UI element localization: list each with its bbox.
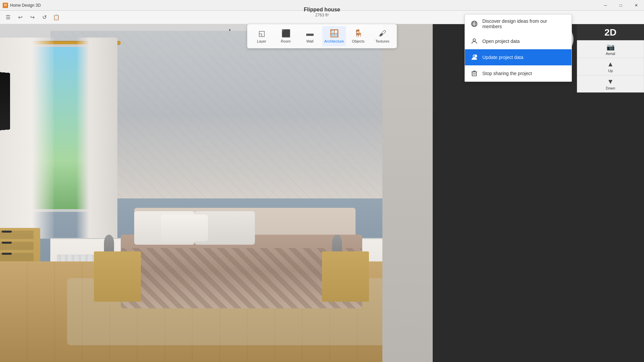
drawer-handle-2 [2, 242, 12, 244]
view-controls: 📷 Aerial ▲ Up ▼ Down [577, 40, 644, 93]
menu-item-discover[interactable]: Discover design ideas from our members [465, 14, 572, 33]
drawer-2 [0, 242, 34, 250]
update-project-label: Update project data [482, 55, 523, 60]
aerial-label: Aerial [606, 52, 615, 56]
svg-point-7 [473, 39, 475, 41]
textures-icon: 🖌 [379, 29, 386, 38]
nightstand-left [94, 251, 141, 302]
drawer-handle-3 [2, 253, 12, 255]
tab-textures-label: Textures [375, 39, 389, 43]
up-arrow-icon: ▲ [607, 60, 614, 68]
maximize-button[interactable]: □ [613, 0, 629, 11]
title-bar-controls: ─ □ ✕ [598, 0, 644, 11]
menu-item-stop-sharing[interactable]: Stop sharing the project [465, 65, 572, 81]
curtain-left [0, 38, 54, 239]
title-bar-title: Home Design 3D [10, 3, 41, 8]
open-project-icon [470, 37, 478, 45]
down-arrow-icon: ▼ [607, 78, 614, 85]
tab-room-label: Room [281, 39, 290, 43]
tab-layer[interactable]: ◱ Layer [250, 26, 273, 46]
main-tabs: ◱ Layer ⬛ Room ▬ Wall 🪟 Architecture 🪑 O… [247, 24, 397, 48]
window-area [0, 38, 117, 232]
refresh-button[interactable]: ↺ [39, 12, 50, 23]
room-icon: ⬛ [281, 29, 290, 38]
undo-button[interactable]: ↩ [15, 12, 25, 23]
curtain-right [77, 38, 117, 239]
television [0, 69, 10, 133]
project-title: Flipped house 2763 ft² [304, 0, 340, 24]
tab-objects-label: Objects [352, 39, 364, 43]
2d-button[interactable]: 2D [577, 24, 644, 41]
tab-architecture-label: Architecture [324, 39, 344, 43]
tab-layer-label: Layer [257, 39, 266, 43]
open-project-label: Open project data [482, 39, 520, 44]
down-button[interactable]: ▼ Down [577, 75, 644, 93]
architecture-icon: 🪟 [330, 29, 339, 38]
app-icon: H [3, 3, 8, 8]
nightstand-right [322, 251, 369, 302]
update-project-icon [470, 53, 478, 61]
minimize-button[interactable]: ─ [598, 0, 613, 11]
redo-button[interactable]: ↪ [27, 12, 38, 23]
tab-wall[interactable]: ▬ Wall [298, 26, 322, 46]
paste-button[interactable]: 📋 [51, 12, 62, 23]
down-label: Down [606, 86, 615, 90]
tab-architecture[interactable]: 🪟 Architecture [322, 26, 346, 46]
bedside-lamp-left [104, 235, 114, 251]
drawer-3 [0, 253, 34, 261]
viewport[interactable] [0, 11, 433, 362]
close-button[interactable]: ✕ [629, 0, 644, 11]
menu-item-update-project[interactable]: Update project data [465, 49, 572, 65]
stop-sharing-label: Stop sharing the project [482, 71, 532, 76]
up-button[interactable]: ▲ Up [577, 58, 644, 75]
bedside-lamp-right [332, 235, 342, 251]
drawer-1 [0, 231, 34, 239]
globe-icon [470, 20, 478, 28]
camera-icon: 📷 [606, 43, 615, 51]
trash-icon [470, 69, 478, 77]
up-label: Up [608, 69, 613, 73]
wall-icon: ▬ [306, 29, 314, 38]
tab-room[interactable]: ⬛ Room [274, 26, 298, 46]
dropdown-menu: Discover design ideas from our members O… [465, 14, 572, 82]
bedroom-scene [0, 11, 433, 362]
pillow-3 [161, 215, 208, 241]
discover-label: Discover design ideas from our members [482, 18, 566, 29]
drawer-handle-1 [2, 231, 12, 233]
project-size: 2763 ft² [315, 13, 329, 17]
aerial-button[interactable]: 📷 Aerial [577, 40, 644, 58]
tab-textures[interactable]: 🖌 Textures [371, 26, 394, 46]
menu-item-open-project[interactable]: Open project data [465, 33, 572, 49]
objects-icon: 🪑 [354, 29, 363, 38]
right-wall-column [382, 11, 433, 362]
project-name: Flipped house [304, 7, 340, 13]
menu-button[interactable]: ☰ [3, 12, 13, 23]
title-bar-left: H Home Design 3D [0, 3, 41, 8]
tab-objects[interactable]: 🪑 Objects [346, 26, 370, 46]
tab-wall-label: Wall [307, 39, 314, 43]
layer-icon: ◱ [258, 29, 265, 38]
